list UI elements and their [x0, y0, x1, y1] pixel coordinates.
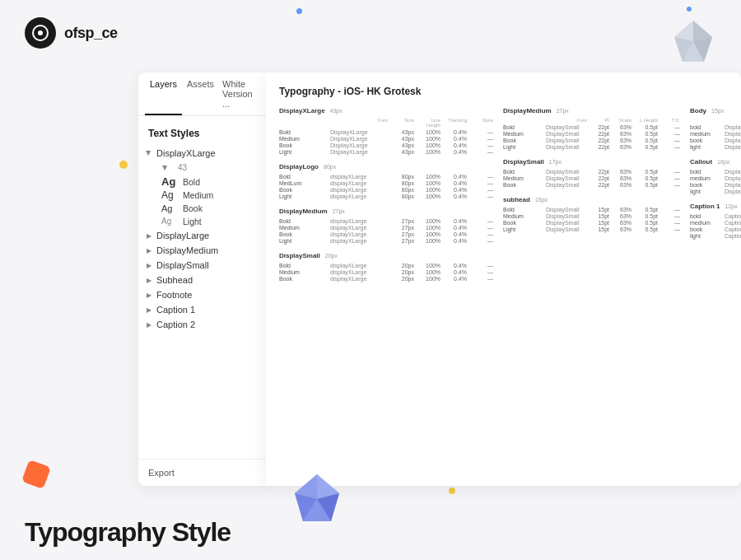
section-name-subhead: subhead: [503, 196, 530, 203]
preview-mid-col: DisplayMedium 27px Font Pt Scale L.Heigh…: [503, 107, 680, 290]
sidebar-panel: Layers Assets White Version ... Text Sty…: [138, 72, 266, 486]
preview-left-col: DisplayXLarge 43px Font Size Line Height…: [279, 107, 493, 290]
medium-label: Medium: [183, 190, 213, 200]
caption1-label: Caption 1: [156, 305, 195, 315]
row-medium-sh: Medium DisplaySmall 15pt 63% 0.5pt —: [503, 213, 680, 219]
col-headers-xlarge: Font Size Line Height Tracking Style: [279, 118, 493, 128]
ag-book-sample: Ag: [161, 204, 178, 213]
row-medium-medium: Medium displayXLarge 27px 100% 0.4% —: [279, 225, 493, 231]
row-medium-dm2: Medium DisplaySmall 22pt 63% 0.5pt —: [503, 131, 680, 137]
footnote-label: Footnote: [156, 290, 192, 300]
chevron-caption2: ▶: [145, 320, 153, 329]
section-size-small: 20px: [325, 253, 338, 259]
export-button[interactable]: Export: [138, 459, 266, 486]
section-name-caption1: Caption 1: [690, 203, 720, 210]
tab-assets[interactable]: Assets: [182, 72, 219, 115]
row-light-xlarge: Light DisplayXLarge 43px 100% 0.4% —: [279, 149, 493, 155]
deco-dot-3: [119, 161, 128, 169]
row-light-logo: Light displayXLarge 80px 100% 0.4% —: [279, 194, 493, 199]
row-bold-medium: Bold displayXLarge 27px 100% 0.4% —: [279, 218, 493, 224]
tree-item-displaymedium[interactable]: ▶ DisplayMedium: [138, 243, 266, 258]
subhead-label: Subhead: [156, 275, 193, 285]
number-badge: 43: [175, 162, 190, 173]
displaymedium-label: DisplayMedium: [156, 245, 218, 255]
orange-blob: [21, 460, 51, 489]
section-name-body: Body: [690, 107, 706, 114]
tree-item-subhead[interactable]: ▶ Subhead: [138, 273, 266, 287]
chevron-displaylarge: ▶: [145, 231, 153, 240]
section-size-caption1: 12px: [725, 203, 737, 209]
chevron-footnote: ▶: [145, 291, 153, 299]
page-title: Typography Style: [25, 517, 231, 548]
gem-svg-top: [667, 16, 720, 70]
chevron-number: ▶: [161, 164, 170, 172]
tree-item-displaysmall[interactable]: ▶ DisplaySmall: [138, 258, 266, 273]
row-light-medium: Light displayXLarge 27px 100% 0.4% —: [279, 238, 493, 244]
sub-items-displayxlarge: ▶ 43 Ag Bold Ag Medium Ag Book: [138, 161, 266, 228]
displayxlarge-label: DisplayXLarge: [156, 148, 216, 158]
row-bold-callout: bold DisplaySmall 16px 63% 0.5pt —: [690, 169, 741, 175]
section-name-xlarge: DisplayXLarge: [279, 107, 325, 114]
sub-item-light[interactable]: Ag Light: [155, 215, 266, 228]
chevron-displaysmall: ▶: [145, 261, 153, 269]
tree-item-footnote[interactable]: ▶ Footnote: [138, 287, 266, 302]
light-label: Light: [183, 217, 202, 226]
row-bold-ds2: Bold DisplaySmall 22pt 63% 0.5pt —: [503, 169, 680, 175]
ag-medium-sample: Ag: [161, 190, 178, 200]
brand-name: ofsp_ce: [64, 25, 118, 42]
tab-white-version[interactable]: White Version ...: [219, 72, 259, 115]
book-label: Book: [183, 203, 203, 213]
deco-dot-5: [449, 488, 455, 494]
tree-item-caption1[interactable]: ▶ Caption 1: [138, 302, 266, 317]
col-track: Tracking: [442, 118, 467, 128]
logo-icon: [25, 17, 56, 49]
row-book-xlarge: Book DisplayXLarge 43px 100% 0.4% —: [279, 142, 493, 148]
row-bold-logo: Bold displayXLarge 80px 100% 0.4% —: [279, 174, 493, 180]
row-book-callout: book DisplaySmall 16px 63% 0.5pt —: [690, 182, 741, 188]
preview-title: Typography - iOS- HK Grotesk: [279, 86, 728, 97]
bottom-title-area: Typography Style: [25, 517, 231, 548]
row-light-callout: light DisplaySmall 16px 63% 0.5pt —: [690, 189, 741, 194]
tab-layers[interactable]: Layers: [145, 72, 182, 115]
tree-item-displayxlarge[interactable]: ▶ DisplayXLarge: [138, 146, 266, 161]
sub-item-medium[interactable]: Ag Medium: [155, 189, 266, 202]
sub-item-book[interactable]: Ag Book: [155, 202, 266, 215]
sidebar-title: Text Styles: [138, 124, 266, 146]
col-headers-mid: Font Pt Scale L.Height T.S.: [503, 118, 680, 123]
row-book-logo: Book displayXLarge 80px 100% 0.4% —: [279, 187, 493, 193]
row-book-small: Book displayXLarge 20px 100% 0.4% —: [279, 276, 493, 282]
section-size-small-2: 17px: [549, 159, 562, 165]
row-bold-caption1: bold Caption1 12px 63% 0.5pt —: [690, 213, 741, 219]
row-medium-xlarge: Medium DisplayXLarge 43px 100% 0.4% —: [279, 136, 493, 142]
row-medium-logo: MedLum displayXLarge 80px 100% 0.4% —: [279, 180, 493, 186]
sidebar-tabs: Layers Assets White Version ...: [138, 72, 266, 116]
row-medium-caption1: medium Caption1 12px 63% 0.5pt —: [690, 220, 741, 226]
row-bold-dm2: Bold DisplaySmall 22pt 63% 0.5pt —: [503, 124, 680, 130]
section-size-body: 15px: [711, 108, 724, 114]
preview-columns-container: DisplayXLarge 43px Font Size Line Height…: [279, 107, 728, 290]
section-size-subhead: 15px: [535, 197, 548, 203]
col-size: Size: [389, 118, 414, 128]
section-displaysmall-2: DisplaySmall 17px Bold DisplaySmall 22pt…: [503, 158, 680, 188]
displaylarge-label: DisplayLarge: [156, 231, 209, 240]
chevron-caption1: ▶: [145, 306, 153, 314]
tree-item-caption2[interactable]: ▶ Caption 2: [138, 317, 266, 332]
section-size-callout: 16px: [717, 159, 729, 165]
section-size-medium-2: 27px: [557, 108, 569, 114]
row-medium-ds2: Medium DisplaySmall 22pt 63% 0.5pt —: [503, 175, 680, 181]
section-name-callout: Callout: [690, 158, 712, 166]
col-lead: Line Height: [416, 118, 440, 128]
preview-right-col: Body 15px Font Px Scale L.H. T bold: [690, 107, 741, 290]
main-panel: Layers Assets White Version ... Text Sty…: [138, 72, 741, 486]
tree-item-displaylarge[interactable]: ▶ DisplayLarge: [138, 228, 266, 243]
section-displaylogo: DisplayLogo 80px Bold displayXLarge 80px…: [279, 163, 493, 199]
row-light-body: light DisplaySmall 15px 63% 0.5pt —: [690, 144, 741, 150]
displaysmall-label: DisplaySmall: [156, 260, 209, 270]
deco-dot-2: [687, 7, 692, 12]
section-name-medium-2: DisplayMedium: [503, 107, 552, 114]
top-bar: ofsp_ce: [0, 0, 741, 66]
chevron-displaymedium: ▶: [145, 246, 153, 254]
caption2-label: Caption 2: [156, 320, 195, 329]
ag-bold-sample: Ag: [161, 176, 178, 187]
sub-item-bold[interactable]: Ag Bold: [155, 175, 266, 189]
